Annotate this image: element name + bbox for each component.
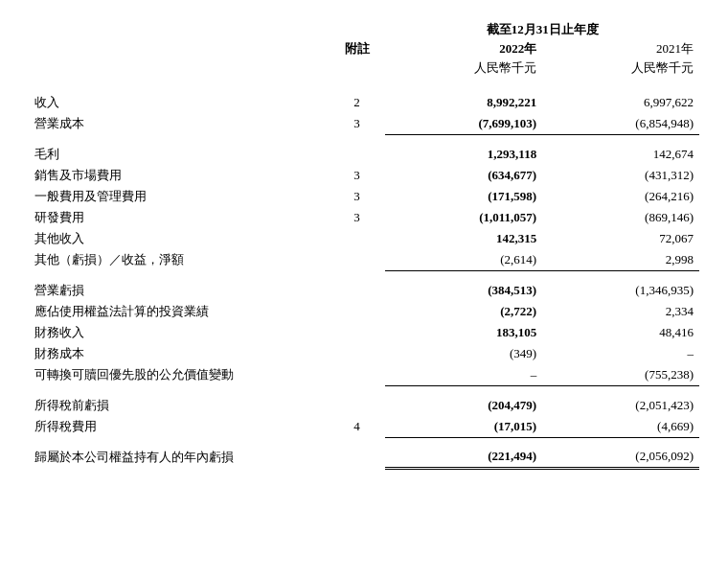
row-label: 收入 <box>29 92 329 113</box>
row-val-2021: 2,334 <box>542 301 699 322</box>
row-note <box>329 364 386 385</box>
row-val-2022: 183,105 <box>385 322 542 343</box>
empty-unit <box>29 59 329 82</box>
row-val-2022: (17,015) <box>385 416 542 437</box>
table-row: 營業虧損(384,513)(1,346,935) <box>29 280 699 301</box>
financial-statement: 截至12月31日止年度 附註 2022年 2021年 人民幣千元 人民幣千元 收… <box>29 19 699 470</box>
row-val-2021: 142,674 <box>542 144 699 165</box>
unit-2021: 人民幣千元 <box>542 59 699 82</box>
row-val-2022: (221,494) <box>385 447 542 468</box>
table-row: 歸屬於本公司權益持有人的年內虧損(221,494)(2,056,092) <box>29 447 699 468</box>
row-label: 其他（虧損）／收益，淨額 <box>29 249 329 270</box>
row-label: 銷售及市場費用 <box>29 165 329 186</box>
row-val-2022: (384,513) <box>385 280 542 301</box>
label-header <box>29 19 329 38</box>
notes-header <box>329 19 386 38</box>
year-2022-header: 2022年 <box>385 38 542 59</box>
row-note <box>329 228 386 249</box>
empty-unit2 <box>329 59 386 82</box>
table-row: 可轉換可贖回優先股的公允價值變動–(755,238) <box>29 364 699 385</box>
row-val-2021: (869,146) <box>542 207 699 228</box>
table-row: 應佔使用權益法計算的投資業績(2,722)2,334 <box>29 301 699 322</box>
row-note: 3 <box>329 207 386 228</box>
row-val-2022: (204,479) <box>385 395 542 416</box>
table-row: 收入28,992,2216,997,622 <box>29 92 699 113</box>
row-val-2022: 8,992,221 <box>385 92 542 113</box>
row-note <box>329 343 386 364</box>
table-row: 財務成本(349)– <box>29 343 699 364</box>
table-body: 收入28,992,2216,997,622營業成本3(7,699,103)(6,… <box>29 82 699 468</box>
row-label: 應佔使用權益法計算的投資業績 <box>29 301 329 322</box>
row-note <box>329 249 386 270</box>
row-val-2021: 48,416 <box>542 322 699 343</box>
row-val-2022: – <box>385 364 542 385</box>
row-val-2021: 2,998 <box>542 249 699 270</box>
row-note: 3 <box>329 113 386 134</box>
row-val-2022: (2,722) <box>385 301 542 322</box>
row-label: 歸屬於本公司權益持有人的年內虧損 <box>29 447 329 468</box>
row-val-2022: 142,315 <box>385 228 542 249</box>
period-header: 截至12月31日止年度 <box>385 19 699 38</box>
row-val-2022: (7,699,103) <box>385 113 542 134</box>
row-val-2021: – <box>542 343 699 364</box>
row-val-2022: (349) <box>385 343 542 364</box>
row-note <box>329 395 386 416</box>
row-label: 其他收入 <box>29 228 329 249</box>
table-row: 研發費用3(1,011,057)(869,146) <box>29 207 699 228</box>
table-row: 其他收入142,31572,067 <box>29 228 699 249</box>
spacer-row <box>29 270 699 280</box>
table-row: 所得稅費用4(17,015)(4,669) <box>29 416 699 437</box>
row-val-2022: (2,614) <box>385 249 542 270</box>
table-row: 毛利1,293,118142,674 <box>29 144 699 165</box>
row-val-2021: (2,056,092) <box>542 447 699 468</box>
spacer-row <box>29 134 699 144</box>
row-label: 研發費用 <box>29 207 329 228</box>
row-val-2022: (171,598) <box>385 186 542 207</box>
row-label: 所得稅前虧損 <box>29 395 329 416</box>
row-note: 3 <box>329 186 386 207</box>
row-val-2022: (634,677) <box>385 165 542 186</box>
table-row: 其他（虧損）／收益，淨額(2,614)2,998 <box>29 249 699 270</box>
table-row: 一般費用及管理費用3(171,598)(264,216) <box>29 186 699 207</box>
row-label: 毛利 <box>29 144 329 165</box>
row-note <box>329 301 386 322</box>
table-row: 所得稅前虧損(204,479)(2,051,423) <box>29 395 699 416</box>
row-label: 一般費用及管理費用 <box>29 186 329 207</box>
row-val-2022: 1,293,118 <box>385 144 542 165</box>
notes-label-header: 附註 <box>329 38 386 59</box>
row-note: 2 <box>329 92 386 113</box>
row-label: 可轉換可贖回優先股的公允價值變動 <box>29 364 329 385</box>
row-val-2021: (2,051,423) <box>542 395 699 416</box>
spacer-row <box>29 385 699 395</box>
unit-2022: 人民幣千元 <box>385 59 542 82</box>
empty-header <box>29 38 329 59</box>
row-val-2021: (1,346,935) <box>542 280 699 301</box>
year-2021-header: 2021年 <box>542 38 699 59</box>
table-row: 財務收入183,10548,416 <box>29 322 699 343</box>
row-label: 營業成本 <box>29 113 329 134</box>
row-note <box>329 144 386 165</box>
column-header-row: 截至12月31日止年度 <box>29 19 699 38</box>
row-val-2021: (4,669) <box>542 416 699 437</box>
row-note: 3 <box>329 165 386 186</box>
row-note <box>329 447 386 468</box>
row-val-2021: (431,312) <box>542 165 699 186</box>
row-note: 4 <box>329 416 386 437</box>
row-val-2021: (6,854,948) <box>542 113 699 134</box>
row-note <box>329 280 386 301</box>
table-row: 銷售及市場費用3(634,677)(431,312) <box>29 165 699 186</box>
column-unit-row: 人民幣千元 人民幣千元 <box>29 59 699 82</box>
row-note <box>329 322 386 343</box>
row-label: 財務成本 <box>29 343 329 364</box>
row-val-2021: (755,238) <box>542 364 699 385</box>
row-val-2022: (1,011,057) <box>385 207 542 228</box>
row-val-2021: 6,997,622 <box>542 92 699 113</box>
column-year-row: 附註 2022年 2021年 <box>29 38 699 59</box>
spacer-row <box>29 82 699 92</box>
row-val-2021: 72,067 <box>542 228 699 249</box>
row-label: 財務收入 <box>29 322 329 343</box>
row-label: 所得稅費用 <box>29 416 329 437</box>
row-val-2021: (264,216) <box>542 186 699 207</box>
row-label: 營業虧損 <box>29 280 329 301</box>
spacer-row <box>29 437 699 447</box>
